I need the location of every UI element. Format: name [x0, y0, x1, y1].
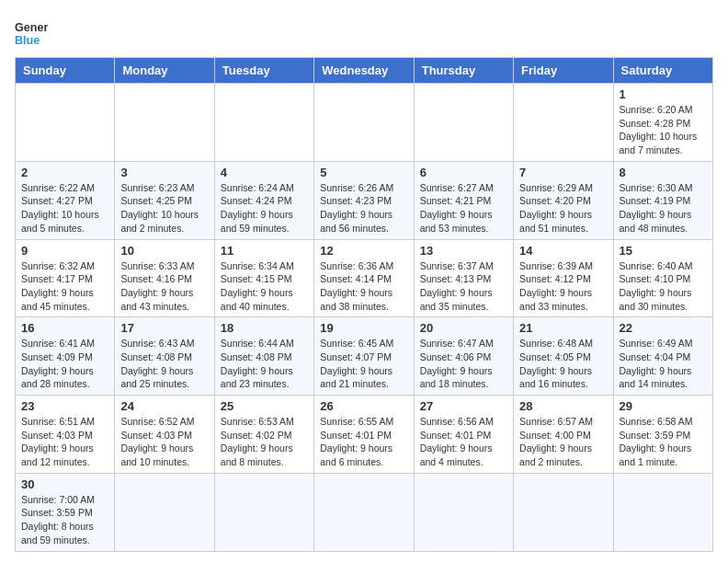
calendar-cell: 18Sunrise: 6:44 AM Sunset: 4:08 PM Dayli… [214, 317, 313, 396]
svg-text:Blue: Blue [15, 34, 40, 47]
calendar-cell: 26Sunrise: 6:55 AM Sunset: 4:01 PM Dayli… [314, 396, 414, 474]
calendar-cell [115, 473, 214, 551]
day-number: 25 [221, 399, 308, 413]
day-number: 23 [21, 399, 108, 413]
calendar-cell: 7Sunrise: 6:29 AM Sunset: 4:20 PM Daylig… [514, 161, 613, 239]
day-info: Sunrise: 6:40 AM Sunset: 4:10 PM Dayligh… [620, 259, 707, 314]
calendar-cell [414, 473, 513, 551]
calendar-cell: 25Sunrise: 6:53 AM Sunset: 4:02 PM Dayli… [214, 396, 313, 474]
calendar-week-1: 1Sunrise: 6:20 AM Sunset: 4:28 PM Daylig… [16, 84, 713, 162]
calendar-cell: 9Sunrise: 6:32 AM Sunset: 4:17 PM Daylig… [16, 239, 115, 317]
day-number: 22 [620, 321, 707, 335]
day-header-tuesday: Tuesday [214, 58, 313, 84]
calendar-cell [214, 84, 313, 162]
day-number: 26 [320, 399, 407, 413]
day-number: 3 [120, 166, 208, 179]
day-number: 13 [420, 244, 507, 258]
calendar-week-3: 9Sunrise: 6:32 AM Sunset: 4:17 PM Daylig… [16, 239, 713, 317]
calendar-cell: 23Sunrise: 6:51 AM Sunset: 4:03 PM Dayli… [16, 396, 115, 474]
calendar-cell: 3Sunrise: 6:23 AM Sunset: 4:25 PM Daylig… [115, 161, 214, 239]
day-info: Sunrise: 6:55 AM Sunset: 4:01 PM Dayligh… [320, 415, 407, 469]
calendar-cell: 24Sunrise: 6:52 AM Sunset: 4:03 PM Dayli… [115, 396, 214, 474]
calendar-cell: 20Sunrise: 6:47 AM Sunset: 4:06 PM Dayli… [414, 317, 513, 396]
calendar-cell: 10Sunrise: 6:33 AM Sunset: 4:16 PM Dayli… [115, 239, 214, 317]
day-info: Sunrise: 6:27 AM Sunset: 4:21 PM Dayligh… [420, 181, 507, 236]
calendar-cell [214, 473, 313, 551]
calendar-cell: 4Sunrise: 6:24 AM Sunset: 4:24 PM Daylig… [214, 161, 313, 239]
day-number: 27 [420, 399, 507, 413]
day-number: 8 [620, 166, 707, 179]
calendar-cell: 22Sunrise: 6:49 AM Sunset: 4:04 PM Dayli… [613, 317, 712, 396]
day-info: Sunrise: 6:34 AM Sunset: 4:15 PM Dayligh… [221, 259, 308, 314]
day-number: 6 [420, 166, 507, 179]
calendar-header-row: SundayMondayTuesdayWednesdayThursdayFrid… [16, 58, 713, 84]
day-info: Sunrise: 6:26 AM Sunset: 4:23 PM Dayligh… [320, 181, 407, 236]
calendar-week-4: 16Sunrise: 6:41 AM Sunset: 4:09 PM Dayli… [16, 317, 713, 396]
calendar-cell: 29Sunrise: 6:58 AM Sunset: 3:59 PM Dayli… [613, 396, 712, 474]
calendar-cell: 6Sunrise: 6:27 AM Sunset: 4:21 PM Daylig… [414, 161, 513, 239]
calendar-cell [115, 84, 214, 162]
day-info: Sunrise: 6:48 AM Sunset: 4:05 PM Dayligh… [519, 337, 607, 391]
day-info: Sunrise: 6:57 AM Sunset: 4:00 PM Dayligh… [519, 415, 607, 469]
day-number: 14 [519, 244, 607, 258]
day-number: 24 [120, 399, 208, 413]
day-info: Sunrise: 6:33 AM Sunset: 4:16 PM Dayligh… [120, 259, 208, 314]
calendar-week-6: 30Sunrise: 7:00 AM Sunset: 3:59 PM Dayli… [16, 473, 713, 551]
day-header-sunday: Sunday [16, 58, 115, 84]
day-header-friday: Friday [514, 58, 613, 84]
day-info: Sunrise: 6:51 AM Sunset: 4:03 PM Dayligh… [21, 415, 108, 469]
day-info: Sunrise: 6:23 AM Sunset: 4:25 PM Dayligh… [120, 181, 208, 236]
day-number: 2 [21, 166, 108, 179]
day-info: Sunrise: 6:22 AM Sunset: 4:27 PM Dayligh… [21, 181, 108, 236]
day-number: 4 [221, 166, 308, 179]
calendar-cell: 21Sunrise: 6:48 AM Sunset: 4:05 PM Dayli… [514, 317, 613, 396]
calendar-cell: 8Sunrise: 6:30 AM Sunset: 4:19 PM Daylig… [613, 161, 712, 239]
day-number: 21 [519, 321, 607, 335]
generalblue-logo-icon: General Blue [15, 15, 48, 48]
day-info: Sunrise: 6:45 AM Sunset: 4:07 PM Dayligh… [320, 337, 407, 391]
day-header-saturday: Saturday [613, 58, 712, 84]
calendar-cell [514, 473, 613, 551]
day-info: Sunrise: 6:52 AM Sunset: 4:03 PM Dayligh… [120, 415, 208, 469]
day-number: 28 [519, 399, 607, 413]
day-info: Sunrise: 6:29 AM Sunset: 4:20 PM Dayligh… [519, 181, 607, 236]
day-number: 5 [320, 166, 407, 179]
header: General Blue [15, 15, 713, 48]
calendar-cell: 11Sunrise: 6:34 AM Sunset: 4:15 PM Dayli… [214, 239, 313, 317]
day-header-wednesday: Wednesday [314, 58, 414, 84]
calendar-cell: 15Sunrise: 6:40 AM Sunset: 4:10 PM Dayli… [613, 239, 712, 317]
calendar-cell: 16Sunrise: 6:41 AM Sunset: 4:09 PM Dayli… [16, 317, 115, 396]
logo: General Blue [15, 15, 48, 48]
calendar-cell [514, 84, 613, 162]
day-info: Sunrise: 6:41 AM Sunset: 4:09 PM Dayligh… [21, 337, 108, 391]
day-info: Sunrise: 6:58 AM Sunset: 3:59 PM Dayligh… [620, 415, 707, 469]
calendar-cell [314, 473, 414, 551]
day-info: Sunrise: 6:30 AM Sunset: 4:19 PM Dayligh… [620, 181, 707, 236]
calendar-cell [16, 84, 115, 162]
calendar-cell: 17Sunrise: 6:43 AM Sunset: 4:08 PM Dayli… [115, 317, 214, 396]
day-number: 15 [620, 244, 707, 258]
day-info: Sunrise: 6:32 AM Sunset: 4:17 PM Dayligh… [21, 259, 108, 314]
day-number: 19 [320, 321, 407, 335]
calendar-cell [613, 473, 712, 551]
day-info: Sunrise: 7:00 AM Sunset: 3:59 PM Dayligh… [21, 493, 108, 547]
day-number: 9 [21, 244, 108, 258]
day-info: Sunrise: 6:43 AM Sunset: 4:08 PM Dayligh… [120, 337, 208, 391]
day-number: 18 [221, 321, 308, 335]
day-number: 10 [120, 244, 208, 258]
calendar-cell: 27Sunrise: 6:56 AM Sunset: 4:01 PM Dayli… [414, 396, 513, 474]
calendar-cell: 14Sunrise: 6:39 AM Sunset: 4:12 PM Dayli… [514, 239, 613, 317]
day-header-thursday: Thursday [414, 58, 513, 84]
day-number: 12 [320, 244, 407, 258]
day-info: Sunrise: 6:56 AM Sunset: 4:01 PM Dayligh… [420, 415, 507, 469]
day-number: 30 [21, 477, 108, 491]
calendar: SundayMondayTuesdayWednesdayThursdayFrid… [15, 57, 713, 552]
day-info: Sunrise: 6:49 AM Sunset: 4:04 PM Dayligh… [620, 337, 707, 391]
day-header-monday: Monday [115, 58, 214, 84]
calendar-week-2: 2Sunrise: 6:22 AM Sunset: 4:27 PM Daylig… [16, 161, 713, 239]
day-number: 29 [620, 399, 707, 413]
day-info: Sunrise: 6:39 AM Sunset: 4:12 PM Dayligh… [519, 259, 607, 314]
calendar-cell: 2Sunrise: 6:22 AM Sunset: 4:27 PM Daylig… [16, 161, 115, 239]
day-number: 16 [21, 321, 108, 335]
day-number: 1 [620, 87, 707, 101]
